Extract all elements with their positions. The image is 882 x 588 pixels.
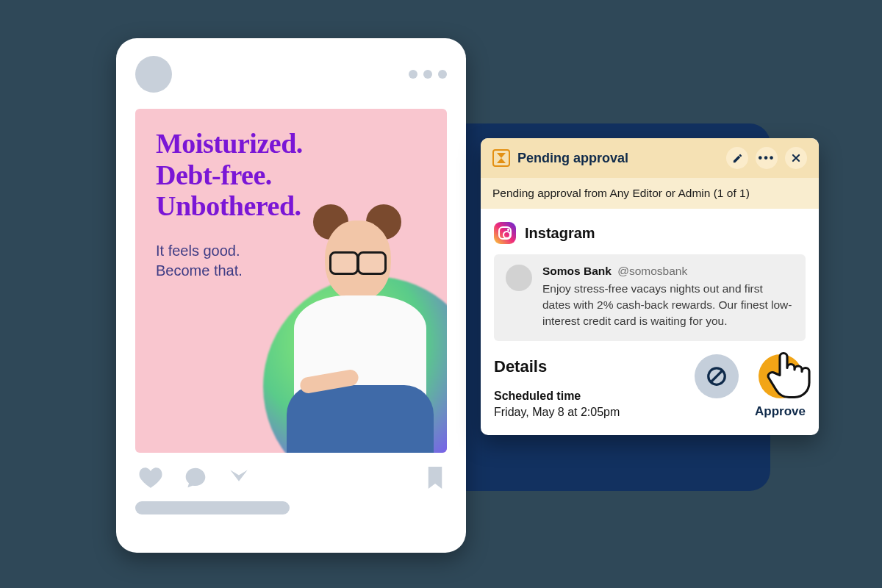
heart-icon[interactable]	[138, 467, 163, 489]
post-image: Moisturized. Debt-free. Unbothered. It f…	[135, 109, 447, 453]
headline-line: Moisturized.	[156, 128, 303, 159]
avatar	[135, 56, 172, 93]
post-preview: Somos Bank @somosbank Enjoy stress-free …	[494, 254, 806, 341]
post-actions	[135, 466, 447, 490]
approval-title: Pending approval	[517, 151, 628, 166]
hourglass-icon	[492, 149, 510, 167]
preview-avatar	[506, 265, 532, 291]
details-heading: Details	[494, 357, 620, 376]
reject-button[interactable]	[695, 354, 739, 398]
approve-label: Approve	[755, 404, 806, 419]
post-subhead: It feels good. Become that.	[156, 241, 243, 281]
account-name: Somos Bank	[542, 265, 612, 277]
account-handle: @somosbank	[617, 265, 687, 277]
approval-header: Pending approval •••	[481, 138, 819, 178]
network-row: Instagram	[494, 222, 806, 244]
scheduled-value: Friday, May 8 at 2:05pm	[494, 406, 620, 419]
post-header	[135, 56, 447, 93]
approve-button[interactable]	[759, 354, 803, 398]
svg-line-1	[711, 371, 723, 382]
more-button[interactable]: •••	[756, 147, 778, 169]
sub-line: It feels good.	[156, 241, 243, 261]
close-button[interactable]	[785, 147, 807, 169]
instagram-icon	[494, 222, 516, 244]
preview-caption: Enjoy stress-free vacays nights out and …	[542, 281, 794, 329]
person-illustration	[279, 203, 441, 453]
more-dots-icon[interactable]	[409, 70, 447, 79]
edit-button[interactable]	[726, 147, 748, 169]
sub-line: Become that.	[156, 261, 243, 281]
scheduled-label: Scheduled time	[494, 390, 620, 403]
network-label: Instagram	[525, 225, 595, 242]
approval-panel: Pending approval ••• Pending approval fr…	[481, 138, 819, 435]
bookmark-icon[interactable]	[426, 467, 444, 489]
social-post-card: Moisturized. Debt-free. Unbothered. It f…	[116, 38, 466, 553]
share-icon[interactable]	[228, 467, 250, 488]
comment-icon[interactable]	[184, 466, 207, 490]
approval-subtext: Pending approval from Any Editor or Admi…	[481, 178, 819, 209]
caption-placeholder	[135, 501, 290, 514]
headline-line: Debt-free.	[156, 159, 303, 191]
